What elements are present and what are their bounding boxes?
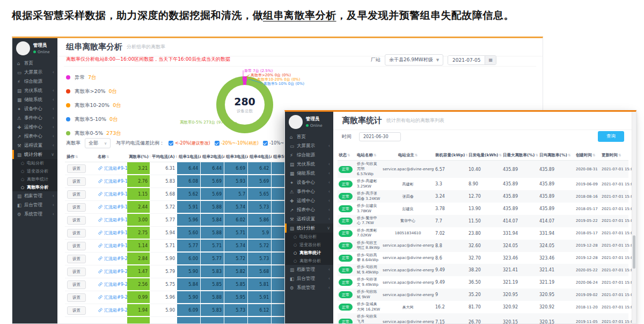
date-picker[interactable]: 2021-07-05 ▦ xyxy=(448,55,496,65)
sidebar-item-event-center[interactable]: ⚠事件中心‹ xyxy=(285,187,333,196)
sidebar-item-station-analysis[interactable]: ○电站分析 xyxy=(12,159,57,167)
station-select[interactable]: 余干县26.9MW村级 ▼ xyxy=(385,54,443,66)
sidebar-item-home[interactable]: ⌂首页 xyxy=(285,132,333,141)
deviation-checkbox[interactable]: <-20%(建议整改) xyxy=(169,140,210,146)
sidebar-item-system[interactable]: ⚙系统管理‹ xyxy=(285,283,333,292)
col-rate[interactable]: 离散率(%)⇅ xyxy=(127,154,150,160)
sidebar-item-stats-analysis[interactable]: ▨统计分析∨ xyxy=(12,150,57,159)
sidebar-item-energy[interactable]: ⚡综合能源 xyxy=(12,77,57,86)
sidebar-item-dispersion-analysis[interactable]: ○离散率分析 xyxy=(12,183,57,191)
sidebar-item-inverter-analysis[interactable]: ○逆变器分析 xyxy=(12,167,57,175)
station-name-cell[interactable]: 侨乡-句容莫元明 6.57kWp xyxy=(356,161,382,178)
sort-icon[interactable]: ⇅ xyxy=(535,153,538,157)
sidebar-item-big-screen[interactable]: ▭大屏展示‹ xyxy=(285,141,333,150)
sort-icon[interactable]: ⇅ xyxy=(592,153,595,157)
station-name-cell[interactable]: 侨乡-繁华中心 7.7KW xyxy=(356,215,382,227)
station-name-cell[interactable]: 侨乡-盐城吴大同 16.2KW xyxy=(356,301,382,313)
settings-button[interactable]: 设置 xyxy=(67,164,86,173)
combiner-box-link[interactable]: 汇流箱#9-2-009 xyxy=(96,265,127,278)
col-string3-current[interactable]: 组串3电流(A)⇅ xyxy=(224,154,248,160)
combiner-box-link[interactable]: 汇流箱#9-1-001 xyxy=(96,162,127,175)
deviation-checkbox[interactable]: -20%~-10%(稍差) xyxy=(215,140,259,146)
sort-icon[interactable]: ⇅ xyxy=(374,153,376,157)
sidebar-item-remote-settings[interactable]: ⚒远程设置‹ xyxy=(285,214,333,224)
col-owner[interactable]: 电站业主⇅ xyxy=(382,153,434,158)
settings-button[interactable]: 设置 xyxy=(67,255,86,263)
col-name[interactable]: 名称⇅ xyxy=(96,154,127,160)
combiner-box-link[interactable]: 汇流箱#9-1-005 xyxy=(96,214,127,227)
checkbox-checked-icon[interactable] xyxy=(263,141,268,146)
station-name-cell[interactable]: 侨乡-高建彬 3.25KW xyxy=(356,178,382,190)
settings-button[interactable]: 设置 xyxy=(67,229,86,237)
sidebar-item-ops-center[interactable]: ✚运维中心‹ xyxy=(12,123,57,132)
sidebar-item-device-center[interactable]: ✦设备中心‹ xyxy=(285,178,333,187)
station-name-cell[interactable]: 侨乡-彭建良 3.78KW xyxy=(356,203,382,215)
station-name-cell[interactable]: 侨乡-句容高攀 8.64kWp xyxy=(356,252,382,264)
settings-button[interactable]: 设置 xyxy=(67,216,86,225)
col-daily-avg-rate[interactable]: 日均离散率(%)⇅ xyxy=(538,153,575,158)
sidebar-item-big-screen[interactable]: ▭大屏展示‹ xyxy=(12,68,57,77)
combiner-box-link[interactable]: 汇流箱#9-1-006 xyxy=(96,227,127,240)
sort-icon[interactable]: ⇅ xyxy=(347,153,350,157)
col-string2-current[interactable]: 组串2电流(A)⇅ xyxy=(201,154,224,160)
sidebar-item-pv-system[interactable]: ▤光伏系统‹ xyxy=(285,160,333,169)
sidebar-item-stats-analysis[interactable]: ▨统计分析∨ xyxy=(285,224,333,233)
sidebar-item-report-center[interactable]: ↗报表中心‹ xyxy=(12,132,57,141)
sidebar-item-dispersion-stats[interactable]: ○离散率统计 xyxy=(12,175,57,183)
combiner-box-link[interactable]: 汇流箱#9-1-002 xyxy=(96,175,127,188)
sort-icon[interactable]: ⇅ xyxy=(106,155,109,159)
col-avg-current[interactable]: 平均电流(A)⇅ xyxy=(150,154,177,160)
sidebar-item-admin[interactable]: ◧后台管理‹ xyxy=(12,200,57,210)
col-daily-gen[interactable]: 日发电量(kWh)⇅ xyxy=(467,153,502,158)
station-name-cell[interactable]: 侨乡-句容张文 9.49kWp xyxy=(356,276,382,289)
sidebar-item-dispersion-analysis[interactable]: ○离散率分析 xyxy=(285,257,333,265)
sidebar-item-event-center[interactable]: ⚠事件中心‹ xyxy=(12,113,57,123)
station-name-cell[interactable]: 侨乡-周秉彬 7.02KW xyxy=(356,227,382,240)
combiner-box-link[interactable] xyxy=(96,317,127,324)
settings-button[interactable]: 设置 xyxy=(67,242,86,250)
station-name-cell[interactable]: 侨乡-句容王明江 8.8kWp xyxy=(356,240,382,252)
col-created[interactable]: 创建时间⇅ xyxy=(575,153,601,158)
sort-icon[interactable]: ⇅ xyxy=(568,153,570,157)
col-action[interactable]: 操作⇅ xyxy=(65,154,96,160)
settings-button[interactable]: 设置 xyxy=(67,306,86,315)
col-daily-max-rate[interactable]: 日最大离散率(%)⇅ xyxy=(502,153,538,158)
combiner-box-link[interactable]: 汇流箱#9-2-012 xyxy=(96,304,127,317)
col-string1-current[interactable]: 组串1电流(A)⇅ xyxy=(177,154,201,160)
query-button[interactable]: 查询 xyxy=(598,131,624,142)
sidebar-item-archive[interactable]: ▥档案管理‹ xyxy=(285,265,333,274)
station-name-cell[interactable]: 侨乡-句容朱飞月 7.15kWp xyxy=(356,313,382,324)
time-input[interactable]: 2021-06-30 xyxy=(359,132,401,141)
combiner-box-link[interactable]: 汇流箱#9-1-003 xyxy=(96,188,127,201)
station-name-cell[interactable]: 侨乡-高淳张四春 3.24KW xyxy=(356,190,382,203)
sidebar-item-energy[interactable]: ⚡综合能源 xyxy=(285,150,333,160)
sidebar-item-device-center[interactable]: ✦设备中心‹ xyxy=(12,104,57,113)
checkbox-checked-icon[interactable] xyxy=(169,141,173,146)
scrollbar[interactable] xyxy=(632,112,636,323)
scrollbar-thumb[interactable] xyxy=(633,235,635,269)
sidebar-item-station-analysis[interactable]: ○电站分析 xyxy=(285,233,333,241)
settings-button[interactable]: 设置 xyxy=(67,280,86,289)
sidebar-item-pv-system[interactable]: ▤光伏系统‹ xyxy=(12,86,57,95)
settings-button[interactable]: 设置 xyxy=(67,293,86,302)
checkbox-checked-icon[interactable] xyxy=(215,141,219,146)
sidebar-item-archive[interactable]: ▥档案管理‹ xyxy=(12,191,57,200)
station-name-cell[interactable]: 侨乡-句容周斌 9.49kWp xyxy=(356,264,382,276)
sidebar-item-home[interactable]: ⌂首页 xyxy=(12,59,57,68)
settings-button[interactable]: 设置 xyxy=(67,190,86,199)
combiner-box-link[interactable]: 汇流箱#9-1-007 xyxy=(96,240,127,253)
combiner-box-link[interactable]: 汇流箱#9-2-008 xyxy=(96,253,127,265)
sidebar-item-admin[interactable]: ◧后台管理‹ xyxy=(285,274,333,283)
col-string4-current[interactable]: 组串4电流(A)⇅ xyxy=(248,154,272,160)
settings-button[interactable]: 设置 xyxy=(67,203,86,212)
sort-icon[interactable]: ⇅ xyxy=(618,153,621,157)
sort-icon[interactable]: ⇅ xyxy=(415,153,418,157)
sidebar-item-report-center[interactable]: ↗报表中心‹ xyxy=(285,205,333,214)
sidebar-item-storage-system[interactable]: ▦储能系统‹ xyxy=(12,95,57,104)
combiner-box-link[interactable]: 汇流箱#9-1-004 xyxy=(96,201,127,214)
sidebar-item-ops-center[interactable]: ✚运维中心‹ xyxy=(285,196,333,205)
col-status[interactable]: 状态⇅ xyxy=(338,153,356,158)
rate-filter-select[interactable]: 全部 ∨ xyxy=(85,138,111,148)
sidebar-item-system[interactable]: ⚙系统管理‹ xyxy=(12,210,57,219)
station-name-cell[interactable]: 侨乡-句容陈斌 9kW xyxy=(356,289,382,301)
